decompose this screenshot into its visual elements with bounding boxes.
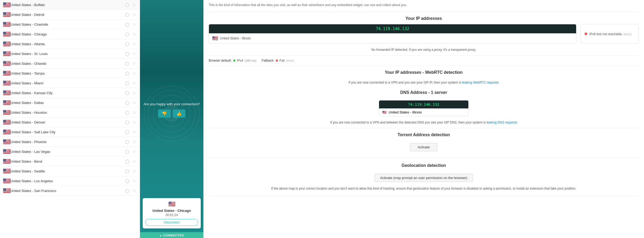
protocol-row: Browser default: IPv4 (295 ms) Fallback:…: [209, 56, 639, 66]
svg-rect-318: [3, 173, 11, 173]
signal-icon[interactable]: ◯: [125, 178, 130, 184]
list-item[interactable]: ★ ★ ★ ★ ★ ★ ★ ★ ★ ★ ★ ★ ★ ★ ★ ★ ★ ★ ★ ★ …: [0, 117, 140, 127]
us-flag-icon: ★ ★ ★ ★ ★ ★ ★ ★ ★ ★ ★ ★ ★ ★ ★ ★ ★ ★ ★ ★ …: [3, 169, 11, 173]
star-icon[interactable]: ☆: [132, 41, 137, 47]
star-icon[interactable]: ☆: [132, 2, 137, 7]
list-item[interactable]: ★ ★ ★ ★ ★ ★ ★ ★ ★ ★ ★ ★ ★ ★ ★ ★ ★ ★ ★ ★ …: [0, 186, 140, 196]
svg-rect-244: [3, 133, 11, 134]
svg-rect-295: [3, 162, 11, 162]
list-item[interactable]: ★ ★ ★ ★ ★ ★ ★ ★ ★ ★ ★ ★ ★ ★ ★ ★ ★ ★ ★ ★ …: [0, 127, 140, 137]
signal-icon[interactable]: ◯: [125, 139, 130, 144]
list-item[interactable]: ★ ★ ★ ★ ★ ★ ★ ★ ★ ★ ★ ★ ★ ★ ★ ★ ★ ★ ★ ★ …: [0, 88, 140, 98]
star-icon[interactable]: ☆: [132, 80, 137, 86]
list-item[interactable]: ★ ★ ★ ★ ★ ★ ★ ★ ★ ★ ★ ★ ★ ★ ★ ★ ★ ★ ★ ★ …: [0, 157, 140, 166]
geo-activate-button[interactable]: Activate (may prompt an user permission …: [375, 174, 473, 182]
list-item[interactable]: ★ ★ ★ ★ ★ ★ ★ ★ ★ ★ ★ ★ ★ ★ ★ ★ ★ ★ ★ ★ …: [0, 59, 140, 68]
webrtc-section-title: Your IP addresses - WebRTC detection: [209, 66, 639, 78]
svg-rect-278: [3, 152, 11, 152]
star-icon[interactable]: ☆: [132, 12, 137, 17]
star-icon[interactable]: ☆: [132, 51, 137, 56]
list-item[interactable]: ★ ★ ★ ★ ★ ★ ★ ★ ★ ★ ★ ★ ★ ★ ★ ★ ★ ★ ★ ★ …: [0, 10, 140, 20]
signal-icon[interactable]: ◯: [125, 61, 130, 66]
signal-icon[interactable]: ◯: [125, 12, 130, 17]
svg-rect-120: [3, 66, 11, 66]
svg-rect-45: [3, 25, 11, 25]
star-icon[interactable]: ☆: [132, 178, 137, 184]
list-item[interactable]: ★ ★ ★ ★ ★ ★ ★ ★ ★ ★ ★ ★ ★ ★ ★ ★ ★ ★ ★ ★ …: [0, 39, 140, 49]
list-item[interactable]: ★ ★ ★ ★ ★ ★ ★ ★ ★ ★ ★ ★ ★ ★ ★ ★ ★ ★ ★ ★ …: [0, 176, 140, 186]
star-icon[interactable]: ☆: [132, 139, 137, 144]
us-flag-icon: ★ ★ ★ ★ ★ ★ ★ ★ ★ ★ ★ ★ ★ ★ ★ ★ ★ ★ ★ ★ …: [3, 100, 11, 105]
signal-icon[interactable]: ◯: [125, 129, 130, 135]
svg-text:★ ★ ★ ★ ★: ★ ★ ★ ★ ★: [3, 190, 8, 191]
list-item[interactable]: ★ ★ ★ ★ ★ ★ ★ ★ ★ ★ ★ ★ ★ ★ ★ ★ ★ ★ ★ ★ …: [0, 78, 140, 88]
signal-icon[interactable]: ◯: [125, 80, 130, 86]
star-icon[interactable]: ☆: [132, 149, 137, 154]
server-list[interactable]: ★ ★ ★ ★ ★ ★ ★ ★ ★ ★ ★ ★ ★ ★ ★ ★ ★ ★ ★ ★ …: [0, 0, 140, 238]
svg-text:★ ★ ★ ★ ★: ★ ★ ★ ★ ★: [3, 4, 8, 5]
signal-icon[interactable]: ◯: [125, 100, 130, 105]
signal-icon[interactable]: ◯: [125, 22, 130, 27]
thumbs-down-button[interactable]: 👎: [158, 109, 171, 118]
signal-icon[interactable]: ◯: [125, 120, 130, 125]
star-icon[interactable]: ☆: [132, 110, 137, 115]
signal-icon[interactable]: ◯: [125, 31, 130, 37]
signal-icon[interactable]: ◯: [125, 51, 130, 56]
svg-rect-277: [3, 152, 11, 152]
fallback-label: Fallback:: [262, 59, 274, 62]
star-icon[interactable]: ☆: [132, 159, 137, 164]
connected-bar: ▲ CONNECTED: [140, 232, 203, 238]
star-icon[interactable]: ☆: [132, 31, 137, 37]
list-item[interactable]: ★ ★ ★ ★ ★ ★ ★ ★ ★ ★ ★ ★ ★ ★ ★ ★ ★ ★ ★ ★ …: [0, 108, 140, 117]
svg-rect-27: [3, 15, 11, 16]
svg-rect-228: [3, 124, 11, 125]
disconnect-button[interactable]: Disconnect: [145, 219, 198, 226]
svg-rect-261: [3, 143, 11, 143]
list-item[interactable]: ★ ★ ★ ★ ★ ★ ★ ★ ★ ★ ★ ★ ★ ★ ★ ★ ★ ★ ★ ★ …: [0, 98, 140, 108]
signal-icon[interactable]: ◯: [125, 71, 130, 76]
star-icon[interactable]: ☆: [132, 168, 137, 174]
star-icon[interactable]: ☆: [132, 61, 137, 66]
us-flag-icon: ★ ★ ★ ★ ★ ★ ★ ★ ★ ★ ★ ★ ★ ★ ★ ★ ★ ★ ★ ★ …: [3, 130, 11, 134]
svg-rect-84: [3, 46, 11, 46]
list-item[interactable]: ★ ★ ★ ★ ★ ★ ★ ★ ★ ★ ★ ★ ★ ★ ★ ★ ★ ★ ★ ★ …: [0, 137, 140, 147]
list-item[interactable]: ★ ★ ★ ★ ★ ★ ★ ★ ★ ★ ★ ★ ★ ★ ★ ★ ★ ★ ★ ★ …: [0, 147, 140, 157]
list-item[interactable]: ★ ★ ★ ★ ★ ★ ★ ★ ★ ★ ★ ★ ★ ★ ★ ★ ★ ★ ★ ★ …: [0, 49, 140, 59]
star-icon[interactable]: ☆: [132, 90, 137, 95]
signal-icon[interactable]: ◯: [125, 159, 130, 164]
star-icon[interactable]: ☆: [132, 129, 137, 135]
torrent-activate-button[interactable]: Activate: [410, 143, 437, 151]
list-item[interactable]: ★ ★ ★ ★ ★ ★ ★ ★ ★ ★ ★ ★ ★ ★ ★ ★ ★ ★ ★ ★ …: [0, 68, 140, 78]
svg-rect-190: [3, 104, 11, 104]
thumbs-up-button[interactable]: 👍: [173, 109, 185, 118]
star-icon[interactable]: ☆: [132, 120, 137, 125]
svg-rect-169: [3, 93, 11, 93]
svg-rect-279: [3, 152, 11, 153]
svg-rect-352: [3, 192, 11, 192]
signal-icon[interactable]: ◯: [125, 188, 130, 193]
signal-icon[interactable]: ◯: [125, 2, 130, 7]
webrtc-link[interactable]: leaking WebRTC requests: [462, 81, 499, 84]
svg-rect-117: [3, 64, 11, 65]
list-item[interactable]: ★ ★ ★ ★ ★ ★ ★ ★ ★ ★ ★ ★ ★ ★ ★ ★ ★ ★ ★ ★ …: [0, 166, 140, 176]
svg-rect-172: [3, 94, 11, 94]
server-name: United States - Detroit: [11, 13, 125, 17]
signal-icon[interactable]: ◯: [125, 90, 130, 95]
dns-leak-link[interactable]: leaking DNS requests: [487, 121, 517, 124]
list-item[interactable]: ★ ★ ★ ★ ★ ★ ★ ★ ★ ★ ★ ★ ★ ★ ★ ★ ★ ★ ★ ★ …: [0, 20, 140, 29]
signal-icon[interactable]: ◯: [125, 110, 130, 115]
signal-icon[interactable]: ◯: [125, 149, 130, 154]
star-icon[interactable]: ☆: [132, 100, 137, 105]
star-icon[interactable]: ☆: [132, 188, 137, 193]
svg-rect-224: [3, 123, 11, 123]
list-item[interactable]: ★ ★ ★ ★ ★ ★ ★ ★ ★ ★ ★ ★ ★ ★ ★ ★ ★ ★ ★ ★ …: [0, 0, 140, 10]
us-flag-icon: ★ ★ ★ ★ ★ ★ ★ ★ ★ ★ ★ ★ ★ ★ ★ ★ ★ ★ ★ ★ …: [3, 2, 11, 7]
us-flag-icon: ★ ★ ★ ★ ★ ★ ★ ★ ★ ★ ★ ★ ★ ★ ★ ★ ★ ★ ★ ★ …: [3, 120, 11, 125]
svg-text:★ ★ ★ ★ ★: ★ ★ ★ ★ ★: [3, 170, 8, 171]
signal-icon[interactable]: ◯: [125, 41, 130, 47]
star-icon[interactable]: ☆: [132, 22, 137, 27]
list-item[interactable]: ★ ★ ★ ★ ★ ★ ★ ★ ★ ★ ★ ★ ★ ★ ★ ★ ★ ★ ★ ★ …: [0, 29, 140, 39]
svg-rect-156: [3, 85, 11, 85]
star-icon[interactable]: ☆: [132, 71, 137, 76]
signal-icon[interactable]: ◯: [125, 168, 130, 174]
